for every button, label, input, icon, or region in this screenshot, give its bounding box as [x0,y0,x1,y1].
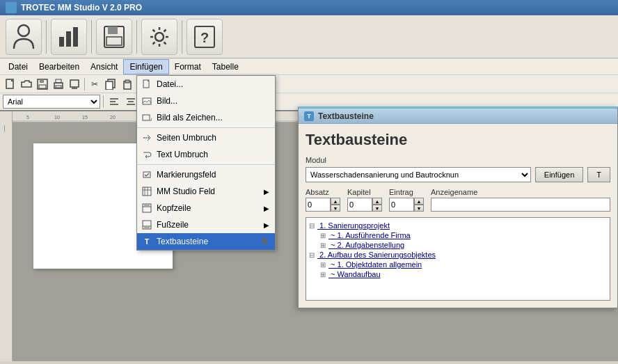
kapitel-down[interactable]: ▼ [372,205,382,212]
sep3 [136,20,137,54]
bild-als-zeichen-icon: A [141,112,152,123]
expand-s1-2[interactable]: ⊞ [320,242,328,249]
einfuegen-textbausteine[interactable]: T Textbausteine [137,233,275,250]
modul-label: Modul [306,156,610,164]
einfuegen-kopfzeile[interactable]: Kopfzeile ▶ [137,200,275,216]
absatz-spinbox: ▲ ▼ [306,198,340,212]
absatz-input[interactable] [306,198,331,212]
einfuegen-btn[interactable]: Einfügen [535,167,583,182]
menu-bar: Datei Bearbeiten Ansicht Einfügen Format… [0,58,618,75]
datei-icon [141,79,152,90]
einfuegen-text-umbruch[interactable]: Text Umbruch [137,146,275,163]
menu-tabelle[interactable]: Tabelle [207,59,244,74]
align-left-btn[interactable] [106,94,122,109]
eintrag-group: Eintrag ▲ ▼ [389,188,424,212]
einfuegen-markierungsfeld[interactable]: Markierungsfeld [137,166,275,183]
cut-btn[interactable]: ✂ [87,77,102,92]
svg-rect-22 [125,80,129,83]
anzeigename-label: Anzeigename [431,188,610,196]
eintrag-spinbox: ▲ ▼ [389,198,424,212]
einfuegen-mm-studio-feld[interactable]: MM Studio Feld ▶ [137,183,275,200]
sep4 [182,20,182,54]
einfuegen-bild[interactable]: Bild... [137,93,275,109]
svg-rect-5 [108,26,118,34]
svg-text:5: 5 [26,115,29,120]
eintrag-input[interactable] [389,198,414,212]
anzeigename-input[interactable] [431,198,610,212]
svg-point-0 [18,25,29,36]
save2-btn[interactable] [96,19,132,55]
menu-einfuegen[interactable]: Einfügen [123,59,168,74]
tree-item-s2-2[interactable]: ⊞ ~ Wandaufbau [309,269,607,279]
save-btn[interactable] [35,77,50,92]
kapitel-input[interactable] [347,198,372,212]
svg-rect-65 [144,227,150,228]
svg-text:20: 20 [110,115,116,120]
tb-title: Textbausteine [318,111,374,121]
font-select[interactable]: Arial [3,95,100,109]
menu-format[interactable]: Format [169,59,207,74]
print-btn[interactable] [51,77,66,92]
tree-item-s2-1[interactable]: ⊞ ~ 1. Objektdaten allgemein [309,260,607,269]
anzeigename-group: Anzeigename [431,188,610,212]
modul-select[interactable]: Wasserschadensanierung und Bautrocknun [306,167,531,182]
tree-item-s1-1[interactable]: ⊞ ~ 1. Ausführende Firma [309,230,607,240]
tree-item-s1-2[interactable]: ⊞ ~ 2. Aufgabenstellung [309,240,607,250]
sep1 [46,20,47,54]
expand-s2-2[interactable]: ⊞ [320,271,328,278]
menu-bearbeiten[interactable]: Bearbeiten [33,59,85,74]
open-btn[interactable] [19,77,34,92]
tree-item-s1[interactable]: ⊟ 1. Sanierungsprojekt [309,221,607,230]
svg-rect-17 [70,80,79,87]
t-btn[interactable]: T [587,167,610,182]
sep5 [84,78,85,90]
menu-ansicht[interactable]: Ansicht [85,59,123,74]
expand-s2[interactable]: ⊟ [309,251,317,259]
svg-rect-2 [66,31,71,47]
einfuegen-seiten-umbruch[interactable]: Seiten Umbruch [137,129,275,146]
svg-rect-6 [106,37,122,45]
kapitel-up[interactable]: ▲ [372,198,382,205]
svg-text:15: 15 [82,115,88,120]
absatz-up[interactable]: ▲ [331,198,340,205]
seiten-umbruch-icon [141,132,152,143]
expand-s1[interactable]: ⊟ [309,222,317,230]
tb-title-icon: T [304,111,314,121]
tb-tree[interactable]: ⊟ 1. Sanierungsprojekt ⊞ ~ 1. Ausführend… [306,217,610,301]
svg-rect-20 [106,81,113,90]
sep-a [137,127,275,128]
user-btn[interactable] [6,19,42,55]
svg-rect-62 [144,205,150,206]
tb-title-bar: T Textbausteine [299,109,617,124]
preview-btn[interactable] [67,77,82,92]
einfuegen-bild-als-zeichen[interactable]: A Bild als Zeichen... [137,109,275,126]
expand-s1-1[interactable]: ⊞ [320,232,328,239]
absatz-spin-btns: ▲ ▼ [331,198,340,212]
sep-b [137,164,275,165]
eintrag-down[interactable]: ▼ [414,205,424,212]
markierungsfeld-icon [141,169,152,180]
stats-btn[interactable] [51,19,87,55]
kapitel-spinbox: ▲ ▼ [347,198,382,212]
settings-btn[interactable] [141,19,177,55]
expand-s2-1[interactable]: ⊞ [320,261,328,269]
einfuegen-datei[interactable]: Datei... [137,76,275,93]
absatz-down[interactable]: ▼ [331,205,340,212]
svg-rect-1 [59,37,64,47]
paste-btn[interactable] [119,77,134,92]
kopfzeile-arrow: ▶ [264,205,269,212]
help-btn[interactable]: ? [187,19,223,55]
new-btn[interactable] [3,77,18,92]
tb-heading: Textbausteine [306,131,610,149]
svg-rect-12 [40,79,44,83]
menu-datei[interactable]: Datei [3,59,33,74]
svg-rect-3 [73,27,78,47]
kapitel-spin-btns: ▲ ▼ [372,198,382,212]
bild-icon [141,95,152,106]
svg-point-7 [155,33,164,41]
tree-item-s2[interactable]: ⊟ 2. Aufbau des Sanierungsobjektes [309,250,607,260]
copy-btn[interactable] [103,77,118,92]
einfuegen-fusszeile[interactable]: Fußzeile ▶ [137,216,275,233]
eintrag-up[interactable]: ▲ [414,198,424,205]
svg-rect-16 [56,86,61,88]
